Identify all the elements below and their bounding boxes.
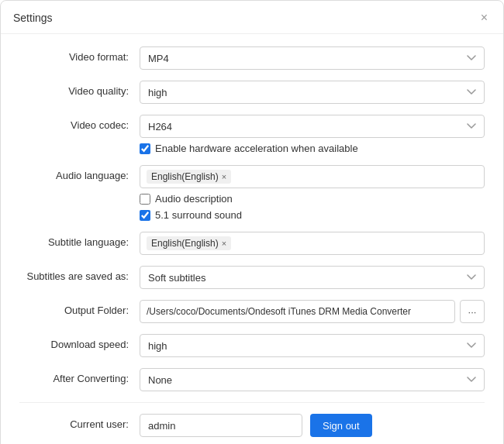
subtitle-language-tag: English(English) × <box>147 236 231 250</box>
current-user-control: Sign out <box>140 414 485 437</box>
sign-out-button[interactable]: Sign out <box>310 414 372 437</box>
subtitle-language-control: English(English) × <box>140 232 485 255</box>
browse-button[interactable]: ··· <box>460 300 485 323</box>
title-bar: Settings × <box>1 1 503 34</box>
sign-out-row: Sign out <box>140 414 485 437</box>
audio-description-label: Audio description <box>155 193 233 205</box>
audio-description-checkbox[interactable] <box>140 194 150 205</box>
video-quality-control: high medium low <box>140 81 485 104</box>
current-user-input[interactable] <box>140 414 302 437</box>
after-converting-row: After Converting: None Open folder Shutd… <box>19 368 485 391</box>
settings-content: Video format: MP4 MKV MOV AVI Video qual… <box>1 34 503 444</box>
settings-window: Settings × Video format: MP4 MKV MOV AVI… <box>0 0 504 444</box>
download-speed-row: Download speed: high medium low <box>19 334 485 357</box>
subtitles-saved-select[interactable]: Soft subtitles Hard subtitles <box>140 266 485 289</box>
subtitles-saved-control: Soft subtitles Hard subtitles <box>140 266 485 289</box>
subtitle-language-tag-input[interactable]: English(English) × <box>140 232 485 255</box>
output-folder-control: ··· <box>140 300 485 323</box>
current-user-row: Current user: Sign out <box>19 414 485 437</box>
subtitle-language-row: Subtitle language: English(English) × <box>19 232 485 255</box>
audio-language-control: English(English) × Audio description 5.1… <box>140 165 485 221</box>
subtitle-language-tag-close[interactable]: × <box>222 239 226 248</box>
after-converting-select[interactable]: None Open folder Shutdown <box>140 368 485 391</box>
audio-language-tag-input[interactable]: English(English) × <box>140 165 485 188</box>
surround-sound-checkbox[interactable] <box>140 210 150 221</box>
surround-sound-label: 5.1 surround sound <box>155 209 242 221</box>
video-codec-control: H264 H265 VP9 Enable hardware accelerati… <box>140 115 485 154</box>
audio-language-tag-close[interactable]: × <box>222 172 226 181</box>
surround-sound-row: 5.1 surround sound <box>140 209 485 221</box>
current-user-label: Current user: <box>19 414 140 430</box>
window-title: Settings <box>13 12 53 24</box>
output-folder-input[interactable] <box>140 300 455 323</box>
subtitles-saved-label: Subtitles are saved as: <box>19 266 140 282</box>
audio-language-tag: English(English) × <box>147 170 231 184</box>
download-speed-label: Download speed: <box>19 334 140 350</box>
video-quality-row: Video quality: high medium low <box>19 81 485 104</box>
hardware-accel-label: Enable hardware acceleration when availa… <box>155 143 358 154</box>
after-converting-control: None Open folder Shutdown <box>140 368 485 391</box>
audio-description-row: Audio description <box>140 193 485 205</box>
output-folder-input-row: ··· <box>140 300 485 323</box>
subtitle-language-label: Subtitle language: <box>19 232 140 248</box>
video-codec-select[interactable]: H264 H265 VP9 <box>140 115 485 138</box>
video-format-control: MP4 MKV MOV AVI <box>140 46 485 70</box>
video-codec-row: Video codec: H264 H265 VP9 Enable hardwa… <box>19 115 485 154</box>
audio-language-label: Audio language: <box>19 165 140 181</box>
audio-language-row: Audio language: English(English) × Audio… <box>19 165 485 221</box>
download-speed-select[interactable]: high medium low <box>140 334 485 357</box>
output-folder-row: Output Folder: ··· <box>19 300 485 323</box>
video-format-row: Video format: MP4 MKV MOV AVI <box>19 46 485 70</box>
output-folder-label: Output Folder: <box>19 300 140 316</box>
divider <box>19 402 485 403</box>
hardware-accel-row: Enable hardware acceleration when availa… <box>140 143 485 154</box>
download-speed-control: high medium low <box>140 334 485 357</box>
after-converting-label: After Converting: <box>19 368 140 384</box>
video-codec-label: Video codec: <box>19 115 140 131</box>
hardware-accel-checkbox[interactable] <box>140 143 150 154</box>
video-format-label: Video format: <box>19 46 140 63</box>
close-button[interactable]: × <box>478 10 491 26</box>
subtitles-saved-row: Subtitles are saved as: Soft subtitles H… <box>19 266 485 289</box>
video-quality-select[interactable]: high medium low <box>140 81 485 104</box>
video-quality-label: Video quality: <box>19 81 140 97</box>
video-format-select[interactable]: MP4 MKV MOV AVI <box>140 46 485 70</box>
